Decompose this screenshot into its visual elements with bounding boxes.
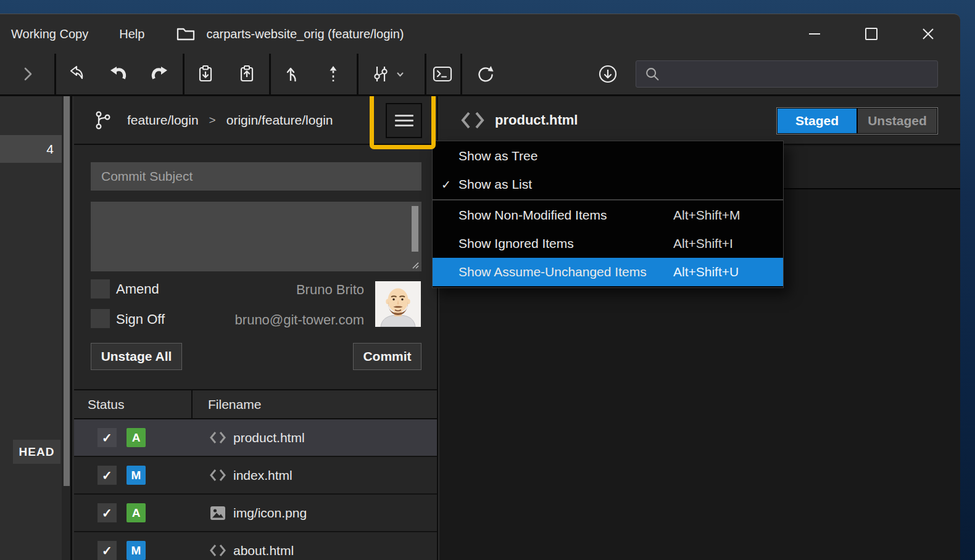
menu-item-show-non-modified[interactable]: Show Non-Modified Items Alt+Shift+M [433, 201, 783, 229]
column-header-status[interactable]: Status [88, 397, 125, 412]
menu-help[interactable]: Help [117, 14, 147, 54]
message-scrollbar-thumb[interactable] [412, 206, 418, 252]
menu-shortcut: Alt+Shift+U [673, 265, 739, 279]
menu-item-show-as-list[interactable]: ✓ Show as List [433, 170, 783, 199]
status-badge-modified: M [127, 541, 146, 560]
folder-icon [175, 25, 196, 43]
table-row-icon-png[interactable]: ✓ A img/icon.png [74, 495, 437, 532]
desktop: Working Copy Help carparts-website_orig … [0, 0, 975, 560]
filename-label: img/icon.png [233, 506, 307, 521]
menu-item-show-ignored[interactable]: Show Ignored Items Alt+Shift+I [433, 229, 783, 258]
amend-checkbox[interactable] [91, 279, 110, 299]
table-row-index[interactable]: ✓ M index.html [74, 457, 437, 495]
code-file-icon [208, 542, 227, 559]
menu-item-show-as-tree[interactable]: Show as Tree [433, 142, 783, 170]
refresh-button[interactable] [468, 54, 503, 94]
hamburger-icon [395, 115, 413, 117]
menu-item-show-assume-unchanged[interactable]: Show Assume-Unchanged Items Alt+Shift+U [433, 258, 783, 286]
table-row-about[interactable]: ✓ M about.html [74, 532, 437, 560]
staged-checkbox[interactable]: ✓ [98, 503, 117, 522]
head-badge: HEAD [13, 440, 60, 464]
checkmark-icon: ✓ [441, 178, 458, 192]
stash-button[interactable] [188, 54, 223, 94]
close-button[interactable] [900, 14, 956, 54]
minimize-icon [807, 26, 823, 42]
search-input[interactable] [667, 67, 930, 81]
sign-off-label[interactable]: Sign Off [116, 311, 165, 327]
amend-label[interactable]: Amend [116, 281, 159, 297]
toolbar-separator [183, 54, 185, 94]
commit-button[interactable]: Commit [353, 343, 421, 370]
staged-checkbox[interactable]: ✓ [98, 541, 117, 560]
filename-label: product.html [233, 430, 305, 445]
image-file-icon [208, 504, 227, 522]
column-header-filename[interactable]: Filename [208, 397, 261, 412]
dashed-arrow-up-icon [323, 64, 344, 84]
titlebar: Working Copy Help carparts-website_orig … [0, 14, 960, 54]
author-name: Bruno Brito [210, 282, 364, 298]
undo-arrow-icon [108, 64, 129, 84]
open-terminal-button[interactable] [425, 54, 460, 94]
status-badge-added: A [127, 428, 146, 447]
branch-bar: feature/login > origin/feature/login [74, 96, 437, 145]
merge-button[interactable] [276, 54, 310, 94]
remote-branch-label: origin/feature/login [226, 113, 333, 128]
minimize-button[interactable] [786, 14, 843, 54]
local-branch-label: feature/login [127, 113, 199, 128]
apply-stash-button[interactable] [230, 54, 264, 94]
clipboard-arrow-up-icon [236, 64, 257, 84]
commit-message-box [91, 202, 421, 271]
avatar [375, 281, 421, 327]
filename-label: about.html [233, 543, 294, 558]
selected-commit-row[interactable]: 4 [0, 135, 62, 163]
menu-item-label: Show as Tree [458, 149, 537, 163]
undo-button[interactable] [101, 54, 136, 94]
staged-checkbox[interactable]: ✓ [98, 466, 117, 485]
close-icon [920, 26, 936, 42]
working-copy-panel: feature/login > origin/feature/login Ame… [74, 96, 438, 560]
merge-arrow-icon [283, 64, 304, 84]
circle-arrow-down-icon [597, 63, 619, 85]
commit-subject-input[interactable] [91, 162, 421, 191]
status-badge-added: A [127, 503, 146, 522]
graph-scrollbar [62, 96, 72, 560]
table-row-product[interactable]: ✓ A product.html [74, 419, 437, 457]
git-flow-button[interactable] [365, 54, 410, 94]
staged-checkbox[interactable]: ✓ [98, 428, 117, 447]
fetch-button[interactable] [591, 54, 625, 94]
menu-shortcut: Alt+Shift+M [673, 208, 741, 223]
git-branch-icon [91, 109, 115, 131]
menu-item-label: Show as List [458, 177, 532, 192]
redo-arrow-icon [149, 64, 170, 84]
redo-button[interactable] [142, 54, 176, 94]
tab-staged[interactable]: Staged [778, 109, 857, 133]
maximize-button[interactable] [843, 14, 900, 54]
graph-scrollbar-thumb[interactable] [64, 96, 70, 486]
commit-message-textarea[interactable] [91, 202, 421, 271]
view-options-menu-button[interactable] [386, 103, 422, 138]
window-title: carparts-website_orig (feature/login) [206, 27, 404, 41]
cherry-pick-button[interactable] [316, 54, 351, 94]
menu-separator [433, 199, 783, 200]
expand-panel-button[interactable] [10, 54, 45, 94]
author-email: bruno@git-tower.com [173, 312, 364, 328]
menu-shortcut: Alt+Shift+I [673, 236, 733, 251]
column-divider[interactable] [191, 390, 193, 418]
toolbar-separator [460, 54, 462, 94]
branch-compare-icon [370, 64, 392, 84]
view-options-context-menu: Show as Tree ✓ Show as List Show Non-Mod… [432, 141, 784, 288]
discard-arrow-icon [67, 64, 88, 84]
branch-chevron-separator: > [209, 113, 216, 127]
unstage-all-button[interactable]: Unstage All [91, 343, 182, 370]
tab-unstaged[interactable]: Unstaged [858, 109, 937, 133]
chevron-down-icon [396, 70, 405, 78]
menu-item-label: Show Ignored Items [458, 236, 574, 251]
diff-filename: product.html [495, 112, 578, 128]
menu-working-copy[interactable]: Working Copy [9, 14, 91, 54]
code-file-icon [460, 109, 486, 131]
resize-handle[interactable] [410, 260, 420, 270]
discard-button[interactable] [60, 54, 94, 94]
commit-count-label: 4 [46, 142, 54, 157]
terminal-icon [431, 64, 454, 84]
sign-off-checkbox[interactable] [91, 309, 110, 328]
